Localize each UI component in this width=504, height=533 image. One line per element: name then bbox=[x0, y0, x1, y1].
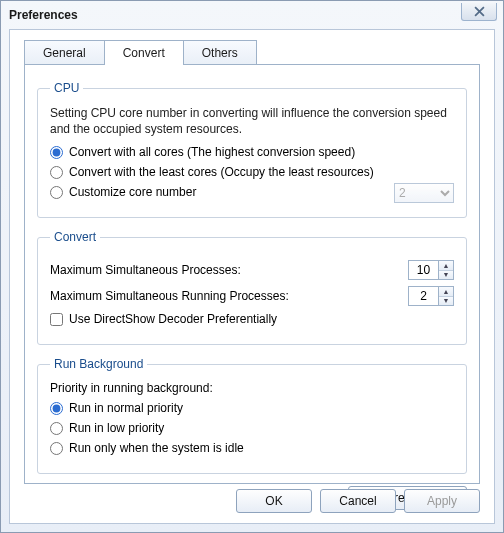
radio-low-label: Run in low priority bbox=[69, 421, 164, 435]
group-convert: Convert Maximum Simultaneous Processes: … bbox=[37, 230, 467, 345]
radio-idle-row[interactable]: Run only when the system is idle bbox=[50, 441, 454, 455]
tabstrip: General Convert Others bbox=[10, 30, 494, 65]
max-proc-up[interactable]: ▲ bbox=[439, 261, 453, 271]
max-run-spinner[interactable]: 2 ▲ ▼ bbox=[408, 286, 454, 306]
close-button[interactable] bbox=[461, 3, 497, 21]
radio-normal[interactable] bbox=[50, 402, 63, 415]
directshow-row[interactable]: Use DirectShow Decoder Preferentially bbox=[50, 312, 454, 326]
tabpage-convert: CPU Setting CPU core number in convertin… bbox=[24, 64, 480, 484]
radio-all-cores-row[interactable]: Convert with all cores (The highest conv… bbox=[50, 145, 454, 159]
radio-least-cores[interactable] bbox=[50, 166, 63, 179]
max-run-label: Maximum Simultaneous Running Processes: bbox=[50, 289, 289, 303]
radio-least-cores-label: Convert with the least cores (Occupy the… bbox=[69, 165, 374, 179]
radio-idle[interactable] bbox=[50, 442, 63, 455]
cpu-description: Setting CPU core number in converting wi… bbox=[50, 105, 454, 137]
window-title: Preferences bbox=[9, 8, 78, 22]
radio-idle-label: Run only when the system is idle bbox=[69, 441, 244, 455]
tab-general[interactable]: General bbox=[24, 40, 105, 65]
close-icon bbox=[474, 6, 485, 17]
radio-least-cores-row[interactable]: Convert with the least cores (Occupy the… bbox=[50, 165, 454, 179]
ok-button[interactable]: OK bbox=[236, 489, 312, 513]
max-proc-label: Maximum Simultaneous Processes: bbox=[50, 263, 241, 277]
preferences-window: Preferences General Convert Others CPU S… bbox=[0, 0, 504, 533]
group-cpu: CPU Setting CPU core number in convertin… bbox=[37, 81, 467, 218]
group-cpu-legend: CPU bbox=[50, 81, 83, 95]
radio-normal-row[interactable]: Run in normal priority bbox=[50, 401, 454, 415]
max-proc-spinner[interactable]: 10 ▲ ▼ bbox=[408, 260, 454, 280]
directshow-label: Use DirectShow Decoder Preferentially bbox=[69, 312, 277, 326]
apply-button[interactable]: Apply bbox=[404, 489, 480, 513]
group-run-background-legend: Run Background bbox=[50, 357, 147, 371]
radio-all-cores[interactable] bbox=[50, 146, 63, 159]
max-proc-down[interactable]: ▼ bbox=[439, 271, 453, 280]
group-convert-legend: Convert bbox=[50, 230, 100, 244]
radio-custom-cores[interactable] bbox=[50, 186, 63, 199]
max-proc-value: 10 bbox=[409, 261, 438, 279]
radio-low[interactable] bbox=[50, 422, 63, 435]
tab-others[interactable]: Others bbox=[183, 40, 257, 65]
client-area: General Convert Others CPU Setting CPU c… bbox=[9, 29, 495, 524]
cancel-button[interactable]: Cancel bbox=[320, 489, 396, 513]
dialog-footer: OK Cancel Apply bbox=[236, 489, 480, 513]
directshow-checkbox[interactable] bbox=[50, 313, 63, 326]
max-run-up[interactable]: ▲ bbox=[439, 287, 453, 297]
max-run-value: 2 bbox=[409, 287, 438, 305]
radio-normal-label: Run in normal priority bbox=[69, 401, 183, 415]
radio-low-row[interactable]: Run in low priority bbox=[50, 421, 454, 435]
max-run-down[interactable]: ▼ bbox=[439, 297, 453, 306]
radio-custom-cores-label: Customize core number bbox=[69, 185, 196, 199]
core-count-select[interactable]: 2 bbox=[394, 183, 454, 203]
group-run-background: Run Background Priority in running backg… bbox=[37, 357, 467, 474]
titlebar: Preferences bbox=[1, 1, 503, 29]
radio-all-cores-label: Convert with all cores (The highest conv… bbox=[69, 145, 355, 159]
tab-convert[interactable]: Convert bbox=[104, 40, 184, 65]
runbg-heading: Priority in running background: bbox=[50, 381, 454, 395]
